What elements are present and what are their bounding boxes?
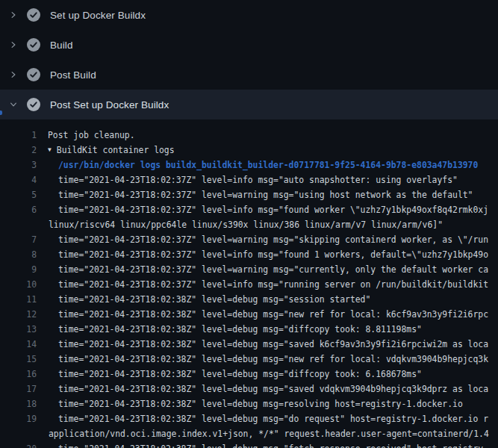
log-line-number[interactable]: 3 — [0, 158, 37, 172]
step-label: Post Set up Docker Buildx — [50, 99, 169, 111]
chevron-right-icon — [9, 9, 27, 21]
log-line-text: time="2021-04-23T18:02:37Z" level=info m… — [58, 277, 488, 292]
check-circle-icon — [27, 38, 40, 52]
log-line-number — [0, 217, 37, 232]
log-line-text: linux/riscv64 linux/ppc64le linux/s390x … — [49, 217, 443, 232]
log-group-toggle-icon[interactable]: ▼ — [48, 143, 52, 158]
log-line: 15 time="2021-04-23T18:02:38Z" level=deb… — [0, 352, 498, 367]
log-line: 1 Post job cleanup. — [0, 128, 498, 143]
log-line: 14 time="2021-04-23T18:02:38Z" level=deb… — [0, 337, 498, 352]
log-group-title: BuildKit container logs — [57, 143, 175, 158]
log-line-number[interactable]: 14 — [0, 337, 37, 352]
log-output: 1 Post job cleanup. 2 ▼BuildKit containe… — [0, 119, 498, 448]
log-line-number[interactable]: 6 — [0, 202, 37, 217]
log-line-number[interactable]: 19 — [0, 411, 37, 426]
log-line-number[interactable]: 9 — [0, 262, 37, 277]
log-line-text: time="2021-04-23T18:02:38Z" level=debug … — [58, 441, 488, 448]
chevron-down-icon — [9, 99, 27, 111]
log-line: 19 time="2021-04-23T18:02:38Z" level=deb… — [0, 411, 498, 426]
log-line: 6 time="2021-04-23T18:02:37Z" level=info… — [0, 202, 498, 217]
log-line-number[interactable]: 11 — [0, 292, 37, 307]
log-line-text: time="2021-04-23T18:02:38Z" level=debug … — [58, 396, 463, 411]
log-line: 5 time="2021-04-23T18:02:37Z" level=warn… — [0, 187, 498, 202]
step-label: Post Build — [50, 69, 96, 81]
log-line: 11 time="2021-04-23T18:02:38Z" level=deb… — [0, 292, 498, 307]
log-line-text: time="2021-04-23T18:02:38Z" level=debug … — [58, 307, 488, 322]
log-line-continuation: linux/riscv64 linux/ppc64le linux/s390x … — [0, 217, 498, 232]
log-line-text: time="2021-04-23T18:02:38Z" level=debug … — [58, 322, 422, 337]
log-line: 8 time="2021-04-23T18:02:37Z" level=info… — [0, 247, 498, 262]
step-row-setup-docker-buildx[interactable]: Set up Docker Buildx — [0, 0, 498, 30]
log-line-text: time="2021-04-23T18:02:37Z" level=warnin… — [58, 232, 488, 247]
step-label: Build — [50, 40, 73, 51]
log-line-text: time="2021-04-23T18:02:38Z" level=debug … — [58, 367, 422, 382]
log-line-text: time="2021-04-23T18:02:37Z" level=info m… — [58, 202, 488, 217]
log-line-number[interactable]: 5 — [0, 187, 37, 202]
log-line-text: time="2021-04-23T18:02:38Z" level=debug … — [58, 411, 488, 426]
check-circle-icon — [27, 68, 40, 81]
log-line-number[interactable]: 18 — [0, 396, 37, 411]
log-group-header[interactable]: 2 ▼BuildKit container logs — [0, 143, 498, 158]
log-line-number[interactable]: 10 — [0, 277, 37, 292]
log-line-number[interactable]: 13 — [0, 322, 37, 337]
log-line-text: time="2021-04-23T18:02:38Z" level=debug … — [58, 382, 488, 396]
log-line: 4 time="2021-04-23T18:02:37Z" level=info… — [0, 172, 498, 187]
log-line-command: 3 /usr/bin/docker logs buildx_buildkit_b… — [0, 158, 498, 172]
log-line-number[interactable]: 12 — [0, 307, 37, 322]
log-line-number[interactable]: 16 — [0, 367, 37, 382]
log-line-number[interactable]: 7 — [0, 232, 37, 247]
log-line: 7 time="2021-04-23T18:02:37Z" level=warn… — [0, 232, 498, 247]
log-line-number[interactable]: 20 — [0, 441, 37, 448]
log-line-text: time="2021-04-23T18:02:38Z" level=debug … — [58, 337, 488, 352]
check-circle-icon — [27, 98, 40, 111]
step-row-post-setup-docker-buildx[interactable]: Post Set up Docker Buildx — [0, 90, 498, 119]
chevron-right-icon — [9, 69, 27, 81]
log-line: 20 time="2021-04-23T18:02:38Z" level=deb… — [0, 441, 498, 448]
log-command-text: /usr/bin/docker logs buildx_buildkit_bui… — [58, 158, 478, 172]
log-line-text: time="2021-04-23T18:02:38Z" level=debug … — [58, 292, 370, 307]
log-line: 18 time="2021-04-23T18:02:38Z" level=deb… — [0, 396, 498, 411]
log-line-number — [0, 426, 37, 441]
log-line-text: application/vnd.oci.image.index.v1+json,… — [49, 426, 489, 441]
step-label: Set up Docker Buildx — [50, 10, 146, 21]
log-line-text: time="2021-04-23T18:02:38Z" level=debug … — [58, 352, 488, 367]
log-line-number[interactable]: 15 — [0, 352, 37, 367]
log-line: 12 time="2021-04-23T18:02:38Z" level=deb… — [0, 307, 498, 322]
check-circle-icon — [27, 8, 40, 22]
log-line: 13 time="2021-04-23T18:02:38Z" level=deb… — [0, 322, 498, 337]
log-line-continuation: application/vnd.oci.image.index.v1+json,… — [0, 426, 498, 441]
log-line-number[interactable]: 2 — [0, 143, 37, 158]
log-line-text: time="2021-04-23T18:02:37Z" level=info m… — [58, 172, 458, 187]
log-line-number[interactable]: 8 — [0, 247, 37, 262]
log-line-number[interactable]: 1 — [0, 128, 37, 143]
log-line: 17 time="2021-04-23T18:02:38Z" level=deb… — [0, 382, 498, 396]
log-line-text: time="2021-04-23T18:02:37Z" level=info m… — [58, 247, 488, 262]
chevron-right-icon — [9, 39, 27, 51]
log-line-text: time="2021-04-23T18:02:37Z" level=warnin… — [58, 262, 488, 277]
log-line-text: time="2021-04-23T18:02:37Z" level=warnin… — [58, 187, 473, 202]
log-line-number[interactable]: 4 — [0, 172, 37, 187]
log-line: 10 time="2021-04-23T18:02:37Z" level=inf… — [0, 277, 498, 292]
log-line: 9 time="2021-04-23T18:02:37Z" level=warn… — [0, 262, 498, 277]
log-line-number[interactable]: 17 — [0, 382, 37, 396]
log-line-text: Post job cleanup. — [48, 128, 135, 143]
focus-corner-accent — [0, 111, 2, 115]
step-row-post-build[interactable]: Post Build — [0, 60, 498, 90]
log-line: 16 time="2021-04-23T18:02:38Z" level=deb… — [0, 367, 498, 382]
step-row-build[interactable]: Build — [0, 30, 498, 60]
